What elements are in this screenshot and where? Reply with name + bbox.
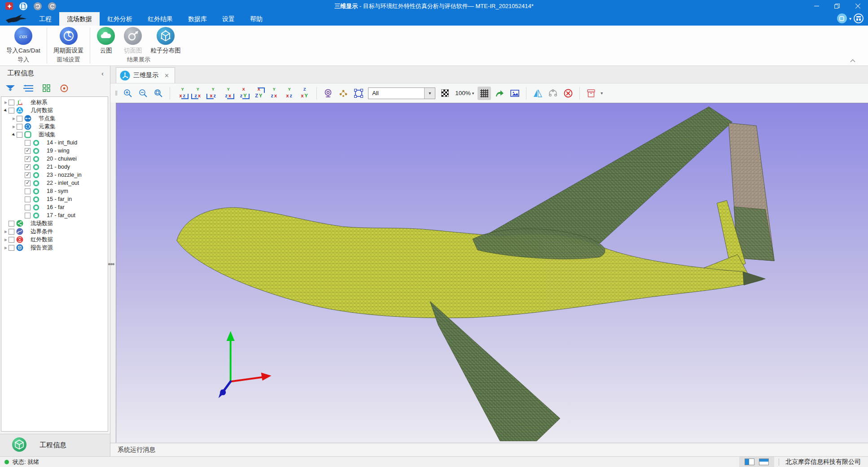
visibility-checkbox[interactable] (17, 132, 22, 138)
ribbon-collapse-icon[interactable] (850, 57, 855, 64)
tree-item-[interactable]: ▶几何数据 (1, 106, 108, 114)
viewport-canvas[interactable] (116, 103, 868, 443)
mesh-grid-button[interactable] (478, 87, 491, 100)
menu-tab-4[interactable]: 红外结果 (140, 12, 180, 26)
mirror-button[interactable] (531, 87, 544, 100)
display-filter-select[interactable]: All ▾ (368, 87, 435, 99)
menu-tab-1[interactable]: 工程 (31, 12, 59, 26)
camera-button[interactable] (321, 87, 335, 100)
menu-tab-6[interactable]: 设置 (215, 12, 242, 26)
visibility-checkbox[interactable] (25, 196, 31, 202)
visibility-checkbox[interactable] (25, 172, 31, 178)
tree-item-20-chuiwei[interactable]: 20 - chuiwei (1, 155, 108, 163)
restore-button[interactable] (827, 0, 847, 12)
view-bottom-button[interactable]: XZY (251, 87, 266, 100)
tab-close-icon[interactable]: ✕ (164, 72, 169, 79)
expander-icon[interactable]: ▶ (3, 238, 9, 242)
visibility-checkbox[interactable] (9, 229, 14, 235)
expander-icon[interactable]: ▶ (3, 230, 9, 234)
filter-icon[interactable] (4, 83, 16, 94)
redo-button[interactable] (48, 2, 56, 10)
layout-bottom-toggle-icon[interactable] (759, 458, 769, 465)
export-arrow-button[interactable] (493, 87, 506, 100)
tree-item-19-wing[interactable]: 19 - wing (1, 147, 108, 155)
menu-tab-2[interactable]: 流场数据 (59, 12, 100, 26)
list-view-icon[interactable] (22, 83, 34, 94)
zoom-in-button[interactable] (121, 87, 135, 100)
grid-view-icon[interactable] (40, 83, 52, 94)
cloud-button[interactable]: 云图 (93, 26, 119, 55)
tree-item-16-far[interactable]: 16 - far (1, 203, 108, 211)
tree-item-[interactable]: ▶Yzx坐标系 (1, 98, 108, 106)
package-button[interactable] (584, 87, 598, 100)
menu-tab-7[interactable]: 帮助 (242, 12, 270, 26)
visibility-checkbox[interactable] (17, 124, 22, 130)
tree-item-[interactable]: ▶边界条件 (1, 227, 108, 236)
menu-tab-3[interactable]: 红外分析 (100, 12, 140, 26)
package-caret-icon[interactable]: ▾ (601, 91, 603, 96)
zoom-out-button[interactable] (136, 87, 150, 100)
minimize-button[interactable] (806, 0, 827, 12)
splitter-handle[interactable]: ●●● (108, 261, 114, 266)
view-back-button[interactable]: Yzx (190, 87, 205, 100)
expander-icon[interactable]: ▶ (11, 117, 17, 121)
visibility-checkbox[interactable] (25, 140, 31, 146)
workspace-caret-icon[interactable]: ▾ (849, 16, 851, 21)
cycle-button[interactable]: 周期面设置 (50, 26, 88, 55)
layout-button[interactable] (854, 13, 864, 23)
visibility-checkbox[interactable] (25, 180, 31, 186)
visibility-checkbox[interactable] (25, 164, 31, 170)
transparency-checker-button[interactable] (438, 87, 452, 100)
tree-item-[interactable]: ▶红外数据 (1, 236, 108, 244)
visibility-checkbox[interactable] (9, 221, 14, 227)
tree-item-14-int_fluid[interactable]: 14 - int_fluid (1, 139, 108, 147)
visibility-checkbox[interactable] (9, 108, 14, 113)
zoom-level-dropdown[interactable]: 100%▾ (453, 90, 476, 96)
particle-button[interactable]: 粒子分布图 (147, 26, 184, 55)
box-select-button[interactable] (352, 87, 365, 100)
surface-group-button[interactable] (546, 87, 560, 100)
tree-item-[interactable]: ▶元素集 (1, 122, 108, 131)
visibility-checkbox[interactable] (25, 156, 31, 162)
view-right-button[interactable]: Yzx (220, 87, 236, 100)
tree-item-[interactable]: 流场数据 (1, 219, 108, 227)
zoom-fit-button[interactable] (152, 87, 165, 100)
particles-button[interactable] (337, 87, 350, 100)
tree-item-15-far_in[interactable]: 15 - far_in (1, 195, 108, 203)
visibility-checkbox[interactable] (25, 205, 31, 210)
tree-item-[interactable]: ▶报告资源 (1, 244, 108, 252)
combo-dropdown-icon[interactable]: ▾ (424, 88, 435, 99)
panel-footer-tab[interactable]: 工程信息 (0, 434, 110, 456)
layout-left-toggle-icon[interactable] (745, 458, 754, 465)
expander-icon[interactable]: ▶ (3, 100, 9, 105)
expander-icon[interactable]: ▶ (3, 246, 9, 250)
tree-item-[interactable]: ▶节点集 (1, 114, 108, 122)
undo-button[interactable] (34, 2, 42, 10)
visibility-checkbox[interactable] (25, 188, 31, 194)
tree-item-22-inlet_out[interactable]: 22 - inlet_out (1, 179, 108, 187)
close-button[interactable] (847, 0, 868, 12)
target-icon[interactable] (58, 83, 70, 94)
menu-tab-5[interactable]: 数据库 (180, 12, 215, 26)
view-left-button[interactable]: Yxz (205, 87, 220, 100)
tree-item-23-nozzle_in[interactable]: 23 - nozzle_in (1, 171, 108, 179)
clear-button[interactable] (561, 87, 575, 100)
view-iso-1-button[interactable]: Yzx (266, 87, 281, 100)
expander-icon[interactable]: ▶ (11, 125, 17, 129)
view-iso-2-button[interactable]: Yxz (281, 87, 297, 100)
visibility-checkbox[interactable] (25, 213, 31, 218)
tab-3d-view[interactable]: 三维显示 ✕ (116, 67, 175, 83)
cas-button[interactable]: cas导入Cas/Dat (3, 26, 44, 55)
snapshot-button[interactable] (508, 87, 522, 100)
tree-item-17-far_out[interactable]: 17 - far_out (1, 211, 108, 219)
view-iso-3-button[interactable]: ZxY (297, 87, 312, 100)
tree-item-21-body[interactable]: 21 - body (1, 163, 108, 171)
visibility-checkbox[interactable] (9, 245, 14, 251)
visibility-checkbox[interactable] (25, 148, 31, 154)
visibility-checkbox[interactable] (9, 237, 14, 243)
panel-collapse-icon[interactable]: ‹ (101, 70, 104, 77)
tree-item-[interactable]: ▶面域集 (1, 131, 108, 139)
visibility-checkbox[interactable] (17, 116, 22, 122)
app-icon[interactable] (5, 2, 13, 10)
workspace-button[interactable] (837, 13, 847, 23)
